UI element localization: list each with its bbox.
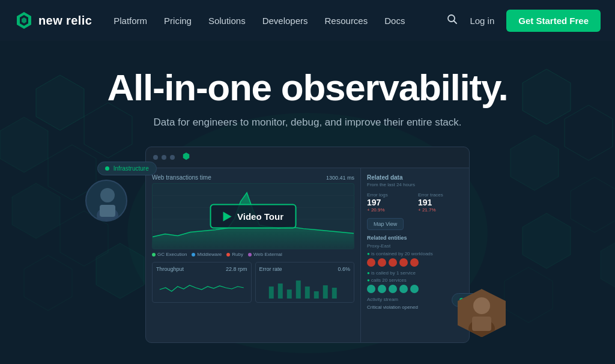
svg-marker-17 [523,213,571,268]
svg-rect-26 [268,287,273,299]
legend-web-external: Web External [248,252,282,257]
legend-dot-ruby [226,253,230,256]
svg-rect-33 [332,288,336,299]
error-traces-stat: Error traces 191 + 21.7% [418,192,463,213]
error-logs-stat: Error logs 197 + 20.9% [367,192,412,213]
legend-middleware: Middleware [192,252,222,257]
titlebar-dot-3 [170,155,175,160]
called-label: ● is called by 1 service [367,270,463,276]
svg-rect-29 [295,281,300,299]
calls-label: ● calls 20 services [367,278,463,283]
error-logs-change: + 20.9% [367,207,412,213]
svg-marker-16 [571,177,615,232]
svg-marker-6 [84,103,132,158]
contained-label: ● is contained by 20 workloads [367,251,463,256]
throughput-chart: Throughput 22.8 rpm [152,262,252,303]
svg-rect-41 [472,317,491,331]
main-chart-area: Video Tour [152,183,354,249]
nav-developers[interactable]: Developers [262,16,308,26]
svg-marker-13 [523,69,571,124]
bubble-2 [378,258,386,267]
svg-line-4 [454,20,457,23]
nr-logo-small [182,152,190,163]
svg-marker-19 [504,267,553,323]
error-rate-chart-area [259,275,351,299]
logo-icon [14,11,34,30]
navbar: new relic Platform Pricing Solutions Dev… [0,0,615,41]
teal-bubble-3 [389,285,397,293]
svg-marker-14 [565,105,613,160]
nav-docs[interactable]: Docs [384,16,405,26]
teal-bubble-4 [399,285,408,293]
error-rate-header: Error rate 0.6% [259,266,351,272]
dashboard-body: Web transactions time 1300.41 ms [146,168,469,342]
chart-legend: GC Execution Middleware Ruby Web Ex [152,252,354,257]
related-data-subtitle: From the last 24 hours [367,182,463,187]
hero-title: All-in-one observability. [107,67,507,108]
dashboard-left-panel: Web transactions time 1300.41 ms [146,168,361,342]
error-logs-label: Error logs [367,192,412,198]
related-entities-label: Related entities [367,235,463,241]
svg-marker-18 [601,237,615,293]
legend-ruby: Ruby [226,252,243,257]
activity-text: Critical violation opened [367,305,463,310]
proxy-label: Proxy-East [367,243,463,249]
titlebar-dot-1 [153,155,158,160]
svg-marker-9 [12,183,60,238]
svg-marker-21 [183,153,190,160]
svg-rect-27 [277,284,282,299]
svg-marker-5 [36,75,84,130]
legend-dot-web-external [248,253,252,256]
bubble-4 [399,258,408,267]
teal-bubble-2 [378,285,386,293]
teal-bubble-5 [410,285,419,293]
video-tour-label: Video Tour [237,211,283,222]
svg-point-35 [100,188,115,202]
logo[interactable]: new relic [14,11,92,30]
svg-rect-28 [286,290,291,299]
svg-marker-11 [96,243,144,299]
avatar-infrastructure [85,180,127,222]
search-icon[interactable] [447,14,458,28]
small-charts-row: Throughput 22.8 rpm Error rat [152,262,354,303]
error-logs-value: 197 [367,198,412,207]
dashboard-right-panel: Related data From the last 24 hours Erro… [361,168,469,342]
brand-name: new relic [38,14,92,28]
svg-marker-12 [24,255,72,311]
svg-point-39 [473,297,490,314]
svg-marker-15 [510,135,559,190]
nav-solutions[interactable]: Solutions [208,16,246,26]
video-tour-button[interactable]: Video Tour [210,204,297,229]
stats-row: Error logs 197 + 20.9% Error traces 191 … [367,192,463,213]
svg-rect-32 [323,285,327,299]
nav-platform[interactable]: Platform [114,16,147,26]
error-rate-chart: Error rate 0.6% [255,262,355,303]
nav-left: new relic Platform Pricing Solutions Dev… [14,11,405,30]
play-icon [223,211,231,221]
chart-title: Web transactions time [152,174,211,181]
nav-right: Log in Get Started Free [447,10,601,32]
error-traces-label: Error traces [418,192,463,198]
infrastructure-badge: Infrastructure [97,162,157,175]
dashboard-titlebar [146,147,469,168]
dashboard-mockup: Web transactions time 1300.41 ms [145,147,470,343]
legend-dot-gc [152,253,156,256]
legend-dot-middleware [192,253,195,256]
dashboard-mockup-wrapper: Web transactions time 1300.41 ms [145,129,470,343]
chart-header: Web transactions time 1300.41 ms [152,174,354,181]
svg-rect-31 [314,291,318,299]
legend-gc: GC Execution [152,252,187,257]
bubble-5 [410,258,419,267]
nav-pricing[interactable]: Pricing [164,16,192,26]
throughput-chart-area [156,275,247,299]
login-link[interactable]: Log in [470,16,494,26]
titlebar-dot-2 [162,155,166,160]
get-started-button[interactable]: Get Started Free [506,10,601,32]
service-bubbles [367,285,463,293]
teal-bubble-1 [367,285,375,293]
map-view-button[interactable]: Map View [367,218,404,230]
svg-marker-7 [0,117,48,172]
svg-rect-37 [100,205,115,217]
nav-resources[interactable]: Resources [325,16,368,26]
chart-value: 1300.41 ms [326,175,354,181]
